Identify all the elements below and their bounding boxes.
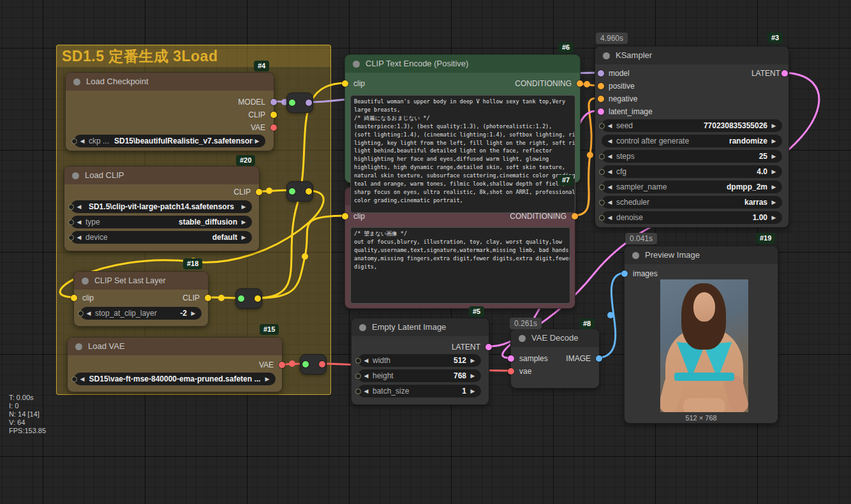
- next-value-arrow-icon[interactable]: ▶: [263, 376, 271, 382]
- steps-widget[interactable]: ◀ steps 25 ▶: [602, 150, 782, 163]
- vae-input-port[interactable]: [508, 368, 514, 374]
- prev-value-arrow-icon[interactable]: ◀: [78, 138, 86, 144]
- next-value-arrow-icon[interactable]: ▶: [770, 214, 778, 221]
- seed-widget[interactable]: ◀ seed 770230835355026 ▶: [602, 119, 782, 132]
- widget-input-dot[interactable]: [68, 235, 74, 241]
- widget-input-dot[interactable]: [599, 123, 605, 129]
- reroute-clip-1[interactable]: [286, 181, 313, 202]
- reroute-input-port[interactable]: [302, 361, 309, 367]
- reroute-output-port[interactable]: [306, 100, 312, 106]
- model-input-port[interactable]: [598, 70, 604, 77]
- reroute-output-port[interactable]: [306, 188, 312, 195]
- node-clip-set-last-layer-title[interactable]: CLIP Set Last Layer: [74, 272, 208, 290]
- collapse-dot-icon[interactable]: [75, 343, 82, 350]
- prev-value-arrow-icon[interactable]: ◀: [362, 373, 370, 379]
- reroute-vae[interactable]: [300, 354, 327, 374]
- width-widget[interactable]: ◀ width 512 ▶: [358, 354, 481, 367]
- node-load-checkpoint-title[interactable]: Load Checkpoint: [66, 73, 274, 91]
- widget-input-dot[interactable]: [599, 184, 605, 190]
- clip-output-port[interactable]: [205, 295, 211, 301]
- prev-value-arrow-icon[interactable]: ◀: [362, 388, 370, 394]
- positive-input-port[interactable]: [598, 83, 604, 89]
- node-load-clip-title[interactable]: Load CLIP: [64, 167, 259, 184]
- prev-value-arrow-icon[interactable]: ◀: [85, 310, 93, 316]
- negative-prompt-textarea[interactable]: /* 望まない画像 */ out of focus,blurry, illust…: [350, 227, 570, 304]
- node-ksampler-title[interactable]: KSampler: [595, 47, 788, 64]
- widget-input-dot[interactable]: [599, 169, 605, 175]
- stop-at-clip-layer-widget[interactable]: ◀ stop_at_clip_layer -2 ▶: [80, 307, 202, 320]
- collapse-dot-icon[interactable]: [73, 78, 80, 85]
- height-widget[interactable]: ◀ height 768 ▶: [358, 369, 481, 382]
- prev-value-arrow-icon[interactable]: ◀: [606, 153, 614, 159]
- widget-input-dot[interactable]: [71, 138, 77, 144]
- prev-value-arrow-icon[interactable]: ◀: [606, 184, 614, 190]
- node-graph-canvas[interactable]: SD1.5 定番生成 3Load: [0, 0, 851, 504]
- collapse-dot-icon[interactable]: [603, 52, 610, 59]
- clip-output-port[interactable]: [270, 112, 277, 118]
- widget-input-dot[interactable]: [599, 215, 605, 221]
- prev-value-arrow-icon[interactable]: ◀: [75, 204, 83, 210]
- next-value-arrow-icon[interactable]: ▶: [240, 219, 248, 225]
- next-value-arrow-icon[interactable]: ▶: [770, 199, 778, 205]
- clip-input-port[interactable]: [71, 295, 77, 301]
- clip-input-port[interactable]: [342, 213, 348, 219]
- prev-value-arrow-icon[interactable]: ◀: [606, 214, 614, 221]
- reroute-input-port[interactable]: [238, 295, 244, 302]
- next-value-arrow-icon[interactable]: ▶: [240, 204, 248, 210]
- samples-input-port[interactable]: [508, 355, 514, 362]
- latent-output-port[interactable]: [485, 344, 492, 350]
- next-value-arrow-icon[interactable]: ▶: [770, 153, 778, 159]
- prev-value-arrow-icon[interactable]: ◀: [606, 122, 614, 129]
- prev-value-arrow-icon[interactable]: ◀: [606, 199, 614, 205]
- type-widget[interactable]: ◀ type stable_diffusion ▶: [71, 216, 252, 228]
- clip-output-port[interactable]: [256, 189, 262, 195]
- node-empty-latent-title[interactable]: Empty Latent Image: [352, 318, 489, 336]
- widget-input-dot[interactable]: [599, 154, 605, 159]
- prev-value-arrow-icon[interactable]: ◀: [606, 138, 614, 144]
- prev-value-arrow-icon[interactable]: ◀: [362, 357, 370, 364]
- vae-output-port[interactable]: [279, 362, 285, 368]
- batch-size-widget[interactable]: ◀ batch_size 1 ▶: [358, 385, 481, 397]
- model-output-port[interactable]: [270, 99, 277, 105]
- node-load-vae-title[interactable]: Load VAE: [68, 337, 282, 355]
- latent-output-port[interactable]: [781, 70, 788, 77]
- collapse-dot-icon[interactable]: [359, 324, 366, 331]
- denoise-widget[interactable]: ◀ denoise 1.00 ▶: [602, 211, 782, 224]
- next-value-arrow-icon[interactable]: ▶: [770, 122, 778, 129]
- next-value-arrow-icon[interactable]: ▶: [189, 310, 197, 316]
- prev-value-arrow-icon[interactable]: ◀: [75, 234, 83, 241]
- clip-name-widget[interactable]: ◀ SD1.5\clip-vit-large-patch14.safetenso…: [71, 200, 252, 213]
- scheduler-widget[interactable]: ◀ scheduler karras ▶: [602, 196, 782, 209]
- widget-input-dot[interactable]: [68, 204, 74, 210]
- reroute-output-port[interactable]: [255, 295, 261, 302]
- prev-value-arrow-icon[interactable]: ◀: [75, 219, 83, 225]
- vae-output-port[interactable]: [270, 124, 277, 131]
- widget-input-dot[interactable]: [355, 389, 361, 394]
- node-positive-title[interactable]: CLIP Text Encode (Positive): [345, 55, 580, 73]
- reroute-output-port[interactable]: [319, 361, 325, 367]
- positive-prompt-textarea[interactable]: Beautiful woman's upper body in deep V h…: [350, 95, 575, 213]
- collapse-dot-icon[interactable]: [632, 252, 639, 259]
- collapse-dot-icon[interactable]: [353, 61, 360, 68]
- prev-value-arrow-icon[interactable]: ◀: [606, 168, 614, 175]
- sampler-name-widget[interactable]: ◀ sampler_name dpmpp_2m ▶: [602, 181, 782, 193]
- next-value-arrow-icon[interactable]: ▶: [770, 138, 778, 144]
- negative-input-port[interactable]: [598, 96, 604, 102]
- node-preview-image-title[interactable]: Preview Image: [625, 246, 778, 264]
- image-output-port[interactable]: [596, 355, 602, 362]
- latent-image-input-port[interactable]: [598, 108, 604, 115]
- images-input-port[interactable]: [621, 271, 628, 277]
- next-value-arrow-icon[interactable]: ▶: [469, 357, 477, 364]
- next-value-arrow-icon[interactable]: ▶: [240, 234, 248, 241]
- widget-input-dot[interactable]: [78, 311, 84, 316]
- vae-name-widget[interactable]: ◀ SD15\vae-ft-mse-840000-ema-pruned.safe…: [74, 373, 276, 385]
- widget-input-dot[interactable]: [68, 219, 74, 225]
- next-value-arrow-icon[interactable]: ▶: [469, 373, 477, 379]
- widget-input-dot[interactable]: [355, 358, 361, 364]
- clip-input-port[interactable]: [342, 80, 348, 87]
- next-value-arrow-icon[interactable]: ▶: [253, 138, 261, 144]
- widget-input-dot[interactable]: [355, 373, 361, 379]
- device-widget[interactable]: ◀ device default ▶: [71, 231, 252, 244]
- reroute-input-port[interactable]: [289, 100, 295, 106]
- cfg-widget[interactable]: ◀ cfg 4.0 ▶: [602, 165, 782, 178]
